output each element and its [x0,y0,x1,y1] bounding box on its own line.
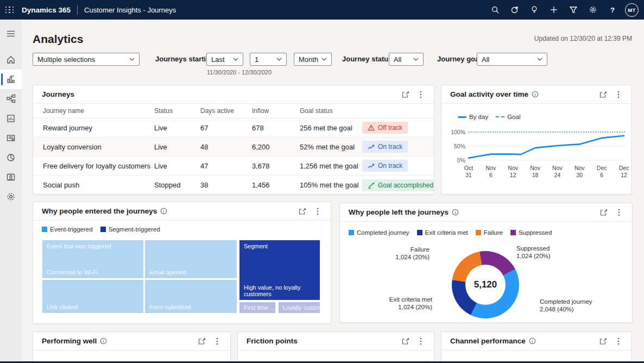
col-goal-status[interactable]: Goal status [300,107,362,115]
expand-icon[interactable] [195,335,209,348]
nav-journeys-icon[interactable] [0,89,22,109]
byday-series-line [469,136,624,158]
x-tick-label: Oct 31 [464,165,473,179]
treemap-node[interactable]: Link clicked [42,280,143,313]
chevron-down-icon [537,57,542,61]
add-icon[interactable] [547,3,561,17]
expand-icon[interactable] [597,206,610,219]
x-tick-label: Nov 30 [574,165,585,179]
status-badge: Goal accomplished [362,179,434,191]
table-row[interactable]: Reward journey Live 67 678 256 met the g… [33,118,434,137]
journey-goal-select[interactable]: All [477,53,547,66]
table-row[interactable]: Free delivery for loyalty customers Live… [33,157,434,176]
user-avatar[interactable]: MT [625,3,639,17]
goal-chart-legend: By day Goal [458,114,520,120]
col-journey-name[interactable]: Journey name [43,107,154,115]
treemap-node[interactable]: Email opened [145,240,237,278]
expand-icon[interactable] [399,335,412,348]
nav-analytics-icon[interactable] [0,70,22,89]
col-inflow[interactable]: Inflow [252,107,300,115]
x-tick-label: Dec 12 [619,165,629,179]
more-icon[interactable] [211,335,224,348]
byday-swatch [458,116,466,118]
settings-gear-icon[interactable] [586,3,600,17]
treemap-node[interactable]: First time ... [239,302,275,313]
info-icon[interactable] [160,208,167,215]
more-icon[interactable] [612,88,625,101]
table-row[interactable]: Loyalty conversion Live 48 6,200 52% met… [33,137,434,157]
range-select-value: Last [211,55,225,64]
chevron-down-icon [413,57,419,61]
channel-performance-card: Channel performance [441,331,632,363]
status-badge: On track [362,160,408,172]
nav-segments-icon[interactable] [0,148,22,167]
info-icon[interactable] [532,91,539,98]
more-icon[interactable] [414,88,427,101]
nav-events-icon[interactable] [0,109,22,128]
waffle-menu-icon[interactable] [0,0,20,20]
more-icon[interactable] [414,335,427,348]
treemap-node[interactable]: Event that was triggeredConnected to Wi-… [42,240,143,278]
nav-menu-icon[interactable] [0,24,22,43]
chevron-down-icon [321,57,327,61]
help-icon[interactable]: ? [605,3,620,17]
left-nav [0,20,22,363]
journeys-table-header: Journey name Status Days active Inflow G… [33,104,434,118]
journey-goal-label: Journey goal [437,53,481,66]
expand-icon[interactable] [296,205,309,218]
nav-settings-icon[interactable] [0,187,22,206]
callout-exit: Exit criteria met1,024 (20%) [372,296,432,311]
entered-card-title: Why people entered the journeys [42,207,157,215]
journey-status-label: Journey status [342,53,392,66]
audience-select[interactable]: Multiple selections [33,53,140,66]
app-title[interactable]: Customer Insights - Journeys [84,6,176,14]
trend-up-icon [368,163,375,169]
warning-icon [368,124,375,131]
count-select[interactable]: 1 [250,53,287,66]
completed-swatch [349,230,354,235]
x-tick-label: Dec 6 [597,165,607,179]
journeys-table: Journey name Status Days active Inflow G… [33,104,434,195]
nav-home-icon[interactable] [0,50,22,70]
friction-points-card: Friction points [237,331,434,363]
expand-icon[interactable] [597,88,610,101]
more-icon[interactable] [613,206,626,219]
expand-icon[interactable] [399,88,412,101]
range-select[interactable]: Last [206,53,243,66]
ytick-0: 0% [457,157,465,164]
more-icon[interactable] [612,335,625,348]
col-status[interactable]: Status [154,107,200,115]
segment-triggered-swatch [100,227,106,232]
journey-status-value: All [394,55,401,64]
updated-timestamp: Updated on 12/30/20 at 12:39 PM [534,35,632,42]
nav-personas-icon[interactable] [0,167,22,187]
topbar-divider [77,5,78,15]
callout-completed: Completed journey2,048 (40%) [540,298,592,313]
treemap-node[interactable]: SegmentHigh value, no loyalty customers [239,240,320,300]
lightbulb-icon[interactable] [527,3,541,17]
more-icon[interactable] [311,205,324,218]
filter-icon[interactable] [566,3,580,17]
brand-title[interactable]: Dynamics 365 [22,6,71,14]
treemap-node[interactable]: Loyalty customers [279,302,320,313]
unit-select[interactable]: Month [294,53,332,66]
unit-select-value: Month [299,55,318,64]
table-row[interactable]: Social push Stopped 38 1,456 105% met th… [33,176,434,195]
info-icon[interactable] [100,337,107,345]
info-icon[interactable] [452,209,459,216]
goal-swatch [496,116,504,117]
compass-icon[interactable] [508,3,522,17]
goal-activity-card: Goal activity over time By day Goal 100%… [441,85,632,195]
nav-content-icon[interactable] [0,128,22,148]
status-badge: On track [362,141,408,153]
event-triggered-swatch [42,227,47,232]
expand-icon[interactable] [597,335,610,348]
journey-status-select[interactable]: All [389,53,424,66]
treemap-node[interactable]: Form submitted [145,280,237,313]
search-icon[interactable] [488,3,502,17]
info-icon[interactable] [529,337,536,345]
x-axis-labels: Oct 31Nov 6Nov 12Nov 18Nov 24Nov 30Dec 6… [449,165,628,181]
donut-center-total: 5,120 [452,251,519,318]
exit-swatch [417,230,422,235]
col-days-active[interactable]: Days active [200,107,252,115]
